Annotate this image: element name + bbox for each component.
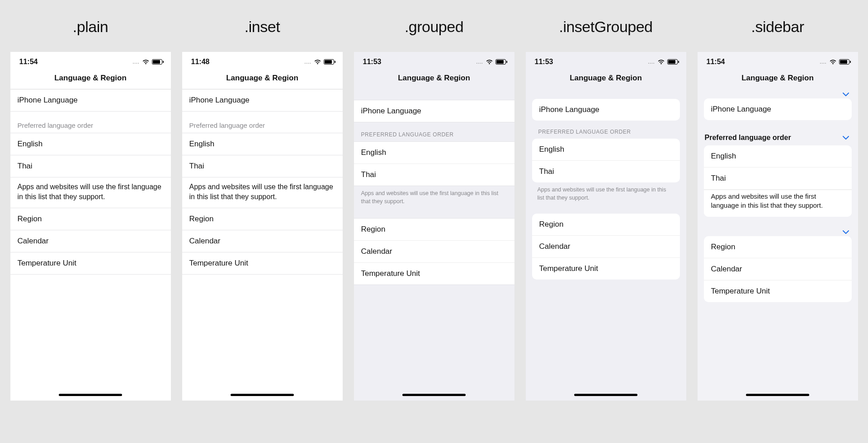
wifi-icon: [829, 59, 837, 65]
section-header-preferred: PREFERRED LANGUAGE ORDER: [526, 121, 686, 139]
row-iphone-language[interactable]: iPhone Language: [354, 100, 514, 122]
svg-rect-14: [850, 61, 851, 63]
section-footer-preferred: Apps and websites will use the first lan…: [182, 177, 343, 208]
row-temp-unit[interactable]: Temperature Unit: [704, 280, 852, 302]
style-title-insetgrouped: .insetGrouped: [559, 18, 652, 36]
battery-icon: [839, 59, 851, 65]
style-title-inset: .inset: [245, 18, 280, 36]
home-indicator[interactable]: [574, 394, 637, 396]
svg-rect-2: [163, 61, 164, 63]
phone-insetgrouped: 11:53 .... Language & Region iPhone Lang…: [526, 52, 686, 401]
status-bar: 11:53 ....: [354, 52, 514, 72]
row-iphone-language[interactable]: iPhone Language: [704, 98, 852, 120]
style-title-grouped: .grouped: [405, 18, 463, 36]
section-header-preferred: PREFERRED LANGUAGE ORDER: [354, 122, 514, 141]
wifi-icon: [142, 59, 150, 65]
row-thai[interactable]: Thai: [354, 164, 514, 186]
home-indicator[interactable]: [402, 394, 466, 396]
home-indicator[interactable]: [231, 394, 294, 396]
svg-rect-8: [506, 61, 507, 63]
cellular-icon: ....: [648, 60, 655, 65]
chevron-down-icon[interactable]: [843, 93, 849, 97]
row-english[interactable]: English: [532, 139, 680, 161]
svg-rect-1: [153, 60, 160, 64]
status-bar: 11:54 ....: [10, 52, 171, 72]
status-time: 11:48: [191, 58, 210, 66]
section-footer-preferred: Apps and websites will use the first lan…: [704, 190, 852, 217]
row-region[interactable]: Region: [532, 214, 680, 236]
page-title: Language & Region: [182, 72, 343, 89]
cellular-icon: ....: [820, 60, 826, 65]
status-time: 11:53: [535, 58, 553, 66]
section-footer-preferred: Apps and websites will use the first lan…: [526, 182, 686, 204]
row-iphone-language[interactable]: iPhone Language: [182, 89, 343, 112]
page-title: Language & Region: [698, 72, 858, 89]
row-english[interactable]: English: [182, 133, 343, 155]
row-iphone-language[interactable]: iPhone Language: [10, 89, 171, 112]
wifi-icon: [486, 59, 493, 65]
home-indicator[interactable]: [746, 394, 809, 396]
row-iphone-language[interactable]: iPhone Language: [532, 99, 680, 121]
status-time: 11:54: [19, 58, 38, 66]
battery-icon: [324, 59, 335, 65]
section-header-preferred: Preferred language order: [10, 112, 171, 133]
row-temp-unit[interactable]: Temperature Unit: [532, 258, 680, 280]
section-header-preferred: Preferred language order: [182, 112, 343, 133]
row-temp-unit[interactable]: Temperature Unit: [182, 252, 343, 275]
battery-icon: [152, 59, 164, 65]
row-temp-unit[interactable]: Temperature Unit: [10, 252, 171, 275]
row-region[interactable]: Region: [10, 208, 171, 230]
row-thai[interactable]: Thai: [182, 155, 343, 177]
wifi-icon: [314, 59, 321, 65]
svg-rect-7: [496, 60, 504, 64]
row-calendar[interactable]: Calendar: [704, 258, 852, 280]
row-thai[interactable]: Thai: [10, 155, 171, 177]
row-thai[interactable]: Thai: [532, 161, 680, 182]
cellular-icon: ....: [476, 60, 483, 65]
row-region[interactable]: Region: [704, 236, 852, 258]
status-time: 11:54: [707, 58, 725, 66]
status-bar: 11:54 ....: [698, 52, 858, 72]
style-title-sidebar: .sidebar: [751, 18, 804, 36]
phone-plain: 11:54 .... Language & Region iPhone Lang…: [10, 52, 171, 401]
row-region[interactable]: Region: [354, 219, 514, 241]
row-calendar[interactable]: Calendar: [182, 230, 343, 252]
svg-rect-5: [335, 61, 335, 63]
row-thai[interactable]: Thai: [704, 168, 852, 190]
section-header-preferred[interactable]: Preferred language order: [698, 130, 858, 145]
cellular-icon: ....: [132, 60, 139, 65]
wifi-icon: [657, 59, 665, 65]
row-english[interactable]: English: [704, 145, 852, 168]
row-english[interactable]: English: [10, 133, 171, 155]
row-temp-unit[interactable]: Temperature Unit: [354, 263, 514, 284]
row-region[interactable]: Region: [182, 208, 343, 230]
row-english[interactable]: English: [354, 142, 514, 164]
row-calendar[interactable]: Calendar: [10, 230, 171, 252]
page-title: Language & Region: [354, 72, 514, 89]
chevron-down-icon[interactable]: [843, 230, 849, 234]
style-title-plain: .plain: [73, 18, 108, 36]
svg-rect-4: [325, 60, 332, 64]
battery-icon: [495, 59, 507, 65]
home-indicator[interactable]: [59, 394, 122, 396]
page-title: Language & Region: [10, 72, 171, 89]
section-footer-preferred: Apps and websites will use the first lan…: [10, 177, 171, 208]
status-time: 11:53: [363, 58, 382, 66]
svg-rect-11: [678, 61, 679, 63]
row-calendar[interactable]: Calendar: [532, 236, 680, 258]
svg-rect-10: [668, 60, 675, 64]
phone-inset: 11:48 .... Language & Region iPhone Lang…: [182, 52, 343, 401]
row-calendar[interactable]: Calendar: [354, 241, 514, 263]
section-footer-preferred: Apps and websites will use the first lan…: [354, 186, 514, 207]
svg-rect-13: [840, 60, 847, 64]
battery-icon: [667, 59, 679, 65]
phone-sidebar: 11:54 .... Language & Region i: [698, 52, 858, 401]
cellular-icon: ....: [304, 60, 311, 65]
page-title: Language & Region: [526, 72, 686, 89]
phone-grouped: 11:53 .... Language & Region iPhone Lang…: [354, 52, 514, 401]
section-header-label: Preferred language order: [705, 134, 791, 142]
chevron-down-icon[interactable]: [843, 136, 849, 140]
status-bar: 11:53 ....: [526, 52, 686, 72]
status-bar: 11:48 ....: [182, 52, 343, 72]
